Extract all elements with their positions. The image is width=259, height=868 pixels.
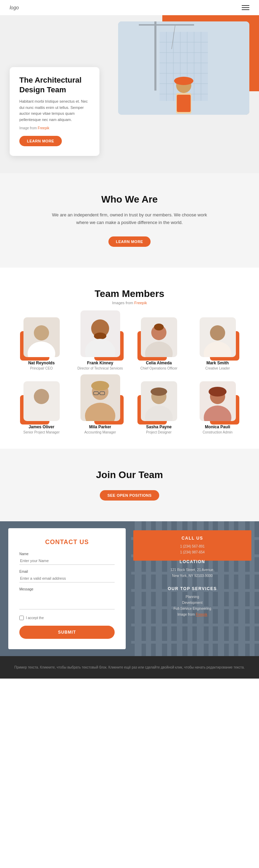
who-we-are-section: Who We Are We are an independent firm, o… — [0, 173, 259, 267]
hero-description: Habitant morbi tristique senectus et. Ne… — [19, 99, 90, 123]
mila-role: Accounting Manager — [84, 430, 116, 435]
team-member-celia: Celia Almeda Chief Operations Officer — [131, 317, 186, 371]
footer: Пример текста. Кликните, чтобы выбрать т… — [0, 656, 259, 679]
hamburger-menu[interactable] — [242, 5, 249, 10]
team-member-mark: Mark Smith Creative Leader — [190, 317, 245, 371]
who-title: Who We Are — [28, 194, 231, 205]
frank-photo-box — [80, 310, 120, 357]
svg-point-52 — [209, 387, 227, 396]
contact-title: CONTACT US — [19, 539, 115, 546]
james-photo-box — [23, 381, 60, 421]
hero-section: The Architectural Design Team Habitant m… — [0, 15, 259, 173]
team-member-frank: Frank Kinney Director of Technical Servi… — [73, 310, 128, 371]
frank-photo-svg — [80, 310, 120, 357]
nat-photo-frame — [23, 317, 60, 357]
monica-role: Construction Admin — [203, 430, 233, 435]
freepik-link-hero[interactable]: Freepik — [38, 126, 49, 130]
accept-terms-row: I accept the — [19, 616, 115, 620]
location-section: LOCATION 121 Rock Street, 21 Avenue, New… — [137, 559, 248, 579]
location-line1: 121 Rock Street, 21 Avenue, — [137, 567, 248, 573]
team-row-1: Nat Reynolds Principal/ CEO Frank Kinney — [10, 317, 249, 371]
sasha-role: Project Designer — [146, 430, 172, 435]
services-image-note: Image from Freepik — [137, 612, 248, 617]
svg-point-31 — [154, 324, 164, 330]
name-label: Name — [19, 552, 115, 556]
services-title: OUR TOP SERVICES — [137, 586, 248, 591]
contact-section: CONTACT US Name Email Message I accept t… — [0, 521, 259, 656]
submit-button[interactable]: SUBMIT — [19, 626, 115, 639]
name-field: Name — [19, 552, 115, 565]
celia-role: Chief Operations Officer — [140, 366, 177, 371]
service-engineering: Full-Service Engineering — [137, 606, 248, 612]
mila-photo-box — [80, 374, 120, 421]
hero-card: The Architectural Design Team Habitant m… — [10, 67, 99, 156]
svg-rect-21 — [177, 95, 191, 112]
email-field: Email — [19, 570, 115, 582]
hero-image — [118, 21, 249, 115]
team-title: Team Members — [10, 288, 249, 299]
email-label: Email — [19, 570, 115, 573]
hero-image-note: Image from Freepik — [19, 125, 90, 131]
james-photo-frame — [23, 381, 60, 421]
email-input[interactable] — [19, 575, 115, 582]
name-input[interactable] — [19, 557, 115, 565]
sasha-photo-box — [141, 381, 177, 421]
celia-photo-svg — [141, 317, 177, 357]
celia-photo-box — [141, 317, 177, 357]
mark-photo-box — [200, 317, 236, 357]
svg-rect-15 — [139, 24, 194, 26]
svg-point-44 — [91, 381, 109, 391]
mila-photo-svg — [80, 374, 120, 421]
celia-photo-frame — [141, 317, 177, 357]
mark-photo-svg — [200, 317, 236, 357]
svg-point-48 — [151, 388, 167, 396]
freepik-link-contact[interactable]: Freepik — [196, 613, 207, 616]
message-textarea[interactable] — [19, 592, 115, 609]
svg-point-23 — [34, 325, 49, 340]
mark-role: Creative Leader — [205, 366, 230, 371]
hero-image-placeholder — [118, 21, 249, 115]
contact-info-panel: CALL US 1 (234) 567-891 1 (234) 987-654 … — [126, 521, 259, 656]
frank-name: Frank Kinney — [87, 361, 113, 365]
message-field: Message — [19, 587, 115, 611]
team-images-note: Images from Freepik — [10, 301, 249, 305]
freepik-link-team[interactable]: Freepik — [134, 301, 147, 305]
sasha-name: Sasha Payne — [146, 424, 172, 429]
message-label: Message — [19, 587, 115, 591]
mark-photo-frame — [200, 317, 236, 357]
hamburger-line-3 — [242, 9, 249, 10]
team-member-monica: Monica Pauli Construction Admin — [190, 381, 245, 435]
mila-name: Mila Parker — [89, 424, 111, 429]
nat-role: Principal/ CEO — [30, 366, 53, 371]
svg-point-27 — [94, 333, 106, 339]
accept-label: I accept the — [26, 616, 44, 620]
service-planning: Planning — [137, 594, 248, 600]
who-learn-more-button[interactable]: LEARN MORE — [108, 236, 151, 247]
join-section: Join Our Team SEE OPEN POSITIONS — [0, 449, 259, 521]
join-title: Join Our Team — [10, 469, 249, 480]
team-row-2: James Oliver Senior Project Manager — [10, 381, 249, 435]
hamburger-line-1 — [242, 5, 249, 6]
header: logo — [0, 0, 259, 15]
svg-point-34 — [210, 325, 225, 340]
see-open-positions-button[interactable]: SEE OPEN POSITIONS — [100, 490, 159, 501]
team-section: Team Members Images from Freepik Nat Rey… — [0, 268, 259, 449]
celia-name: Celia Almeda — [146, 361, 172, 365]
svg-rect-14 — [154, 21, 156, 91]
location-title: LOCATION — [137, 559, 248, 564]
hero-learn-more-button[interactable]: LEARN MORE — [19, 136, 62, 146]
frank-role: Director of Technical Services — [77, 366, 123, 371]
svg-point-37 — [34, 389, 49, 404]
mila-photo-frame — [80, 374, 120, 421]
accept-checkbox[interactable] — [19, 616, 24, 620]
mark-name: Mark Smith — [207, 361, 229, 365]
nat-photo-svg — [23, 317, 60, 357]
sasha-photo-frame — [141, 381, 177, 421]
team-member-james: James Oliver Senior Project Manager — [14, 381, 69, 435]
location-line2: New York, NY 92103-9000 — [137, 573, 248, 579]
team-member-sasha: Sasha Payne Project Designer — [131, 381, 186, 435]
monica-photo-svg — [200, 381, 236, 421]
james-name: James Oliver — [29, 424, 55, 429]
services-section: OUR TOP SERVICES Planning Development Fu… — [137, 586, 248, 617]
footer-text: Пример текста. Кликните, чтобы выбрать т… — [10, 664, 249, 670]
